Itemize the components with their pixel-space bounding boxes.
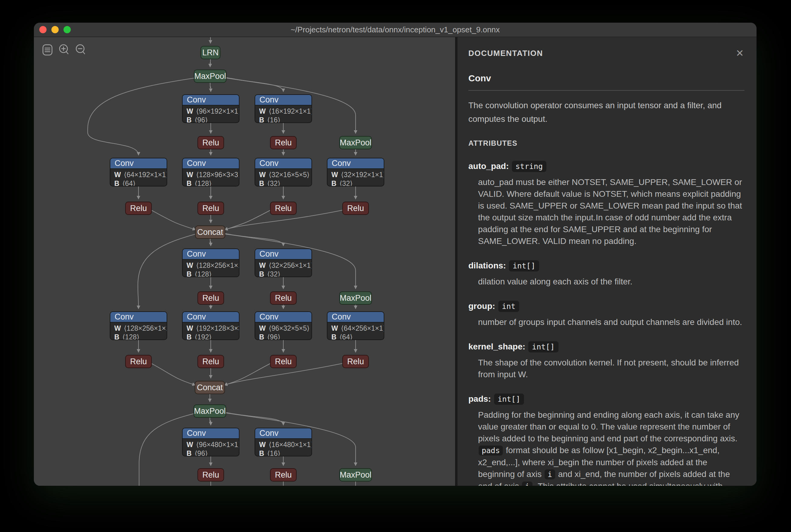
param-row[interactable]: B⟨96⟩ [187,116,235,123]
graph-node-maxpool[interactable]: MaxPool [339,468,372,481]
menu-icon [42,44,53,56]
param-row[interactable]: W⟨96×192×1×1⟩ [187,107,235,116]
graph-node-relu[interactable]: Relu [270,468,297,481]
graph-edge [210,418,211,425]
graph-node-relu[interactable]: Relu [125,202,152,215]
param-row[interactable]: W⟨32×256×1×1⟩ [259,261,307,270]
zoom-in-button[interactable] [59,44,70,56]
param-row[interactable]: W⟨64×256×1×1⟩ [332,324,380,333]
node-params: W⟨32×16×5×5⟩B⟨32⟩ [255,169,312,187]
graph-node-conv[interactable]: ConvW⟨16×192×1×1⟩B⟨16⟩ [255,94,312,123]
param-row[interactable]: B⟨64⟩ [114,179,163,187]
param-row[interactable]: W⟨128×256×1×1⟩ [187,261,235,270]
pane-divider[interactable] [455,37,457,486]
graph-node-relu[interactable]: Relu [270,202,297,215]
graph-node-conv[interactable]: ConvW⟨128×256×1×1⟩B⟨128⟩ [110,311,167,340]
graph-node-conv[interactable]: ConvW⟨96×192×1×1⟩B⟨96⟩ [182,94,240,123]
param-row[interactable]: B⟨96⟩ [259,333,307,340]
graph-node-concat[interactable]: Concat [195,381,225,394]
graph-node-lrn[interactable]: LRN [201,46,221,59]
param-row[interactable]: B⟨16⟩ [259,449,307,456]
param-row[interactable]: B⟨32⟩ [259,179,307,187]
param-row[interactable]: B⟨128⟩ [187,270,235,277]
param-row[interactable]: W⟨16×480×1×1⟩ [259,440,307,449]
attribute-header: dilations:int[] [468,260,745,272]
attribute-header: pads:int[] [468,393,745,405]
graph-node-relu[interactable]: Relu [197,355,224,368]
param-row[interactable]: B⟨96⟩ [187,449,235,456]
inline-code: i [522,481,532,486]
param-row[interactable]: W⟨32×192×1×1⟩ [332,170,380,179]
param-row[interactable]: W⟨192×128×3×3⟩ [187,324,235,333]
graph-node-relu[interactable]: Relu [197,291,224,305]
graph-toolbar [42,44,86,56]
inline-code: i [545,470,555,479]
param-row[interactable]: W⟨128×96×3×3⟩ [187,170,235,179]
graph-node-conv[interactable]: ConvW⟨64×192×1×1⟩B⟨64⟩ [110,158,167,187]
graph-node-relu[interactable]: Relu [125,355,152,368]
param-key: W [332,171,338,179]
param-row[interactable]: W⟨16×192×1×1⟩ [259,107,307,116]
node-params: W⟨192×128×3×3⟩B⟨192⟩ [183,323,239,340]
attribute-block: group:intnumber of groups input channels… [468,300,745,328]
graph-edge [151,363,195,385]
graph-node-maxpool[interactable]: MaxPool [194,70,226,83]
graph-node-relu[interactable]: Relu [342,202,369,215]
param-shape: ⟨16⟩ [267,116,281,123]
param-row[interactable]: B⟨192⟩ [187,333,235,340]
param-row[interactable]: B⟨32⟩ [259,270,307,277]
graph-node-relu[interactable]: Relu [270,355,297,368]
graph-node-relu[interactable]: Relu [270,136,297,149]
graph-node-relu[interactable]: Relu [197,136,224,149]
param-key: W [259,324,266,332]
menu-button[interactable] [42,44,53,56]
param-key: W [187,171,193,179]
graph-node-conv[interactable]: ConvW⟨128×256×1×1⟩B⟨128⟩ [182,248,240,277]
graph-canvas[interactable]: LRNMaxPoolConvW⟨96×192×1×1⟩B⟨96⟩ConvW⟨16… [34,37,455,486]
graph-node-conv[interactable]: ConvW⟨128×96×3×3⟩B⟨128⟩ [182,158,240,187]
graph-edge [151,210,196,230]
param-row[interactable]: B⟨128⟩ [187,179,235,187]
param-row[interactable]: W⟨96×480×1×1⟩ [187,440,235,449]
graph-node-conv[interactable]: ConvW⟨96×32×5×5⟩B⟨96⟩ [255,311,312,340]
param-row[interactable]: W⟨96×32×5×5⟩ [259,324,307,333]
graph-node-relu[interactable]: Relu [270,291,297,305]
param-row[interactable]: W⟨64×192×1×1⟩ [114,170,163,179]
param-key: B [187,333,192,340]
graph-node-conv[interactable]: ConvW⟨96×480×1×1⟩B⟨96⟩ [182,428,240,456]
close-documentation-button[interactable]: ✕ [735,49,745,58]
attribute-name: dilations: [468,261,506,270]
graph-node-conv[interactable]: ConvW⟨64×256×1×1⟩B⟨64⟩ [327,311,384,340]
node-params: W⟨32×256×1×1⟩B⟨32⟩ [255,260,312,277]
attribute-name: auto_pad: [468,162,509,171]
node-title: Conv [255,95,312,106]
node-params: W⟨64×256×1×1⟩B⟨64⟩ [327,323,384,340]
graph-node-concat[interactable]: Concat [195,226,225,239]
window-titlebar[interactable]: ~/Projects/netron/test/data/onnx/incepti… [34,23,756,37]
graph-node-conv[interactable]: ConvW⟨32×256×1×1⟩B⟨32⟩ [255,248,312,277]
param-row[interactable]: B⟨32⟩ [332,179,380,187]
zoom-in-icon [59,44,70,56]
graph-node-maxpool[interactable]: MaxPool [339,291,372,305]
graph-node-maxpool[interactable]: MaxPool [339,136,372,149]
graph-node-relu[interactable]: Relu [342,355,369,368]
graph-node-conv[interactable]: ConvW⟨32×16×5×5⟩B⟨32⟩ [255,158,312,187]
node-title: Conv [110,312,167,323]
graph-node-conv[interactable]: ConvW⟨32×192×1×1⟩B⟨32⟩ [327,158,384,187]
param-shape: ⟨96×32×5×5⟩ [269,324,309,332]
param-row[interactable]: B⟨128⟩ [114,333,163,340]
graph-node-relu[interactable]: Relu [197,468,224,481]
graph-node-maxpool[interactable]: MaxPool [193,404,226,418]
zoom-out-button[interactable] [75,44,86,56]
window-title: ~/Projects/netron/test/data/onnx/incepti… [34,23,756,37]
graph-node-conv[interactable]: ConvW⟨192×128×3×3⟩B⟨192⟩ [182,311,240,340]
param-row[interactable]: B⟨64⟩ [332,333,380,340]
param-key: B [187,116,192,123]
param-row[interactable]: W⟨32×16×5×5⟩ [259,170,307,179]
graph-node-conv[interactable]: ConvW⟨16×480×1×1⟩B⟨16⟩ [255,428,312,456]
param-row[interactable]: B⟨16⟩ [259,116,307,123]
param-row[interactable]: W⟨128×256×1×1⟩ [114,324,163,333]
graph-edge [225,210,270,230]
graph-node-relu[interactable]: Relu [197,202,224,215]
attribute-type-badge: int[] [494,394,524,405]
